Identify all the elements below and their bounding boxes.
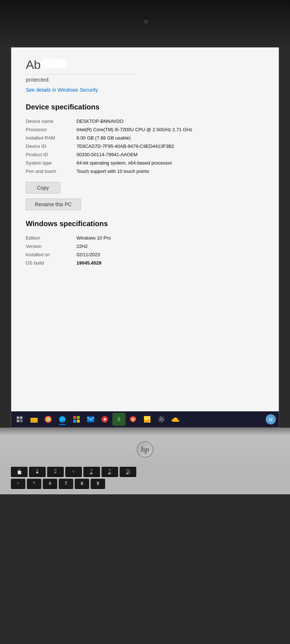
windows-security-link[interactable]: See details in Windows Security xyxy=(26,87,264,93)
table-row: Installed RAM 8.00 GB (7.88 GB usable) xyxy=(26,134,264,142)
media-icon xyxy=(102,416,108,423)
spec-value: 02/11/2023 xyxy=(76,250,264,259)
key-sym: ^ xyxy=(33,482,35,485)
key-icon: 🔊 xyxy=(126,471,130,475)
keyboard-fn-row: f4 ⬜ f5 ✱ f6 ✳ f7 f8 🔈 f9 🔉 xyxy=(7,467,283,477)
key-percent[interactable]: % xyxy=(11,479,25,489)
key-f9[interactable]: f9 🔉 xyxy=(102,467,118,477)
hp-logo: hp xyxy=(137,441,153,458)
key-7[interactable]: 7 xyxy=(59,479,73,489)
taskbar: S B xyxy=(11,411,279,427)
spec-label: Installed RAM xyxy=(26,134,76,142)
spec-value: 00330-50114-79941-AAOEM xyxy=(76,150,264,159)
store-icon xyxy=(73,416,80,423)
edge-active-indicator xyxy=(59,424,66,425)
table-row: Version 22H2 xyxy=(26,242,264,250)
spec-label: Edition xyxy=(26,234,76,242)
key-icon: 🔈 xyxy=(90,471,94,475)
svg-rect-13 xyxy=(73,416,76,419)
key-f6[interactable]: f6 ✳ xyxy=(47,467,64,477)
spec-label: Device ID xyxy=(26,142,76,150)
key-icon: ✳ xyxy=(54,471,57,474)
key-f7[interactable]: f7 xyxy=(65,467,82,477)
svg-text:B: B xyxy=(132,418,134,421)
spec-value: 64-bit operating system, x64-based proce… xyxy=(76,159,264,167)
settings-icon xyxy=(158,416,165,423)
spec-value: 22H2 xyxy=(76,242,264,250)
blurred-overlay xyxy=(41,59,66,68)
keyboard-area: f4 ⬜ f5 ✱ f6 ✳ f7 f8 🔈 f9 🔉 xyxy=(0,464,290,494)
hinge xyxy=(0,428,290,435)
key-sym: & xyxy=(49,482,51,485)
key-sym: 7 xyxy=(65,481,67,486)
taskbar-user[interactable]: U xyxy=(264,413,277,426)
spec-value: 7E8CAD7D-7F95-40AB-9479-C9ED4413F3B2 xyxy=(76,142,264,150)
svg-rect-24 xyxy=(144,420,148,423)
svg-rect-2 xyxy=(17,420,19,422)
webcam-lens xyxy=(144,20,148,24)
key-8[interactable]: 8 xyxy=(75,479,89,489)
spec-label: Installed on xyxy=(26,250,76,259)
taskbar-store[interactable] xyxy=(70,413,83,426)
svg-rect-7 xyxy=(30,419,38,422)
key-f8[interactable]: f8 🔈 xyxy=(83,467,100,477)
spec-value: Windows 10 Pro xyxy=(76,234,264,242)
copy-button[interactable]: Copy xyxy=(26,182,60,194)
rename-pc-button[interactable]: Rename this PC xyxy=(26,199,81,210)
about-heading: Ab xyxy=(26,58,41,71)
key-f4[interactable]: f4 ⬜ xyxy=(11,467,28,477)
taskbar-onedrive[interactable] xyxy=(169,413,182,426)
table-row: Device ID 7E8CAD7D-7F95-40AB-9479-C9ED44… xyxy=(26,142,264,150)
taskbar-sticky-notes[interactable] xyxy=(141,413,154,426)
spec-label: Pen and touch xyxy=(26,167,76,175)
settings-content: Ab protected. See details in Windows Sec… xyxy=(11,47,279,411)
key-icon: 🔉 xyxy=(108,471,112,475)
sticky-notes-icon xyxy=(144,416,150,423)
protected-text: protected. xyxy=(26,76,264,83)
hp-logo-area: hp xyxy=(0,435,290,464)
taskbar-edge[interactable] xyxy=(56,413,69,426)
spec-label: OS build xyxy=(26,259,76,267)
svg-rect-15 xyxy=(73,420,76,423)
key-f5[interactable]: f5 ✱ xyxy=(29,467,46,477)
onedrive-icon xyxy=(171,417,179,422)
key-ampersand[interactable]: & xyxy=(43,479,57,489)
table-row: Installed on 02/11/2023 xyxy=(26,250,264,259)
table-row: Edition Windows 10 Pro xyxy=(26,234,264,242)
svg-rect-0 xyxy=(17,416,19,419)
device-specs-table: Device name DESKTOP-BNNAVDO Processor In… xyxy=(26,117,264,175)
taskbar-file-explorer[interactable] xyxy=(28,413,41,426)
svg-rect-3 xyxy=(20,420,22,422)
key-sym: 8 xyxy=(81,481,83,486)
key-label: f7 xyxy=(72,470,75,473)
taskbar-brave[interactable]: B xyxy=(127,413,140,426)
mail-icon xyxy=(87,416,94,422)
keyboard-num-row: % ^ & 7 8 9 xyxy=(7,479,283,489)
top-bezel xyxy=(0,0,290,47)
taskbar-chrome[interactable] xyxy=(42,413,55,426)
windows-specs-table: Edition Windows 10 Pro Version 22H2 Inst… xyxy=(26,234,264,267)
svg-point-26 xyxy=(160,418,162,420)
svg-rect-17 xyxy=(87,416,94,422)
taskbar-taskview[interactable] xyxy=(13,413,26,426)
key-caret[interactable]: ^ xyxy=(27,479,41,489)
key-9[interactable]: 9 xyxy=(91,479,105,489)
spec-label: Version xyxy=(26,242,76,250)
table-row: Processor Intel(R) Core(TM) i5-7200U CPU… xyxy=(26,125,264,134)
laptop-bottom: hp f4 ⬜ f5 ✱ f6 ✳ f7 f8 🔈 xyxy=(0,428,290,494)
taskbar-settings[interactable] xyxy=(155,413,168,426)
spec-value: DESKTOP-BNNAVDO xyxy=(76,117,264,125)
screen: Ab protected. See details in Windows Sec… xyxy=(11,47,279,428)
table-row: System type 64-bit operating system, x64… xyxy=(26,159,264,167)
key-top: % xyxy=(17,482,19,485)
spec-label: Processor xyxy=(26,125,76,134)
svg-point-27 xyxy=(159,417,164,422)
taskbar-s-app[interactable]: S xyxy=(112,413,125,426)
svg-point-30 xyxy=(173,417,178,421)
taskbar-media[interactable] xyxy=(98,413,111,426)
key-f10[interactable]: f10 🔊 xyxy=(120,467,136,477)
svg-rect-14 xyxy=(77,416,80,419)
chrome-icon xyxy=(45,416,52,423)
taskbar-mail[interactable] xyxy=(84,413,97,426)
table-row: Device name DESKTOP-BNNAVDO xyxy=(26,117,264,125)
